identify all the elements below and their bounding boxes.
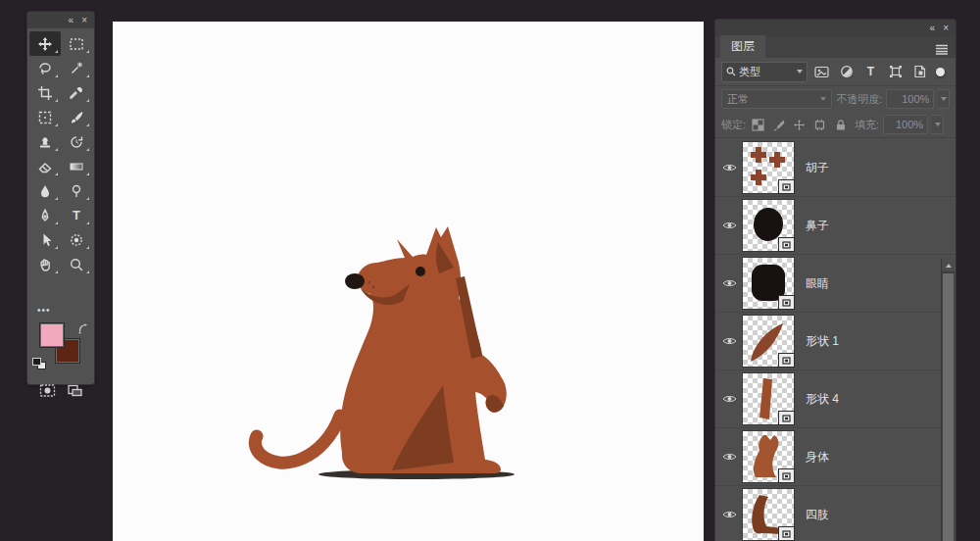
layer-thumbnail[interactable]: [743, 200, 794, 251]
move-tool[interactable]: [29, 31, 61, 56]
dodge-tool[interactable]: [61, 178, 92, 203]
default-colors-icon[interactable]: [32, 358, 45, 369]
visibility-eye-icon[interactable]: [715, 336, 743, 346]
layer-thumbnail[interactable]: [743, 142, 794, 193]
lock-artboard-icon[interactable]: [811, 117, 828, 133]
type-tool-glyph: T: [73, 208, 80, 222]
layer-row-xingzhuang4[interactable]: 形状 4: [715, 370, 956, 428]
blur-tool[interactable]: [29, 178, 61, 203]
opacity-value: 100%: [902, 93, 929, 105]
lasso-tool[interactable]: [29, 56, 61, 80]
opacity-dropdown-arrow[interactable]: [938, 89, 950, 109]
panel-menu-icon[interactable]: [935, 41, 949, 59]
fill-input[interactable]: 100%: [883, 115, 928, 134]
foreground-color-swatch[interactable]: [39, 322, 65, 348]
layer-row-shenti[interactable]: 身体: [715, 428, 956, 486]
swap-colors-icon[interactable]: [78, 320, 89, 338]
pen-tool[interactable]: [29, 203, 61, 227]
layer-name[interactable]: 胡子: [806, 160, 829, 176]
tab-layers[interactable]: 图层: [720, 35, 765, 58]
chevron-down-icon: [797, 70, 803, 74]
lock-all-icon[interactable]: [832, 117, 849, 133]
filter-type-label: 类型: [739, 65, 760, 79]
color-swatch-zone: [27, 319, 94, 379]
layer-filter-row: 类型 T: [715, 58, 956, 86]
eyedropper-tool[interactable]: [61, 80, 92, 105]
screen-mode-button[interactable]: [67, 383, 83, 402]
layer-row-sizhi[interactable]: 四肢: [715, 486, 956, 541]
layer-row-yanjing[interactable]: 眼睛: [715, 255, 956, 313]
lock-label: 锁定:: [721, 118, 746, 132]
layer-thumbnail[interactable]: [743, 373, 794, 424]
scroll-up-arrow-icon[interactable]: [942, 259, 955, 272]
dog-eye: [416, 267, 425, 276]
layer-row-huzi[interactable]: 胡子: [715, 139, 956, 197]
muzzle-dot: [372, 286, 375, 289]
clone-stamp-tool[interactable]: [29, 129, 61, 154]
fill-label: 填充:: [855, 118, 879, 132]
filter-toggle-switch[interactable]: [936, 68, 945, 76]
visibility-eye-icon[interactable]: [715, 221, 743, 230]
layer-name[interactable]: 眼睛: [806, 275, 829, 292]
layer-thumbnail[interactable]: [743, 258, 794, 309]
type-tool[interactable]: T: [61, 203, 92, 227]
frame-tool[interactable]: [29, 105, 61, 129]
muzzle-dot: [368, 281, 371, 284]
gradient-tool[interactable]: [61, 154, 92, 178]
visibility-eye-icon[interactable]: [715, 510, 743, 519]
lock-transparency-icon[interactable]: [750, 117, 766, 133]
more-tools-button[interactable]: •••: [27, 301, 94, 319]
layer-row-xingzhuang1[interactable]: 形状 1: [715, 313, 956, 370]
smart-object-badge-icon: [778, 179, 795, 194]
layer-thumbnail[interactable]: [743, 489, 794, 540]
blend-mode-dropdown[interactable]: 正常: [721, 89, 832, 109]
layer-name[interactable]: 形状 4: [806, 391, 839, 408]
pixel-layer-filter-icon[interactable]: [811, 63, 832, 81]
chevron-down-icon: [820, 97, 826, 101]
smart-object-filter-icon[interactable]: [909, 63, 930, 81]
type-layer-filter-icon[interactable]: T: [860, 63, 881, 81]
tools-panel-header: « ×: [27, 12, 94, 28]
visibility-eye-icon[interactable]: [715, 163, 743, 172]
layer-thumbnail[interactable]: [743, 316, 794, 367]
close-panel-icon[interactable]: ×: [943, 24, 949, 33]
layer-name[interactable]: 四肢: [806, 507, 829, 523]
opacity-input[interactable]: 100%: [886, 89, 934, 109]
dog-nose: [345, 273, 365, 289]
layer-name[interactable]: 形状 1: [806, 333, 839, 350]
opacity-label: 不透明度:: [836, 92, 882, 107]
fill-dropdown-arrow[interactable]: [932, 115, 944, 134]
filter-type-dropdown[interactable]: 类型: [721, 62, 808, 82]
crop-tool[interactable]: [29, 80, 61, 105]
quick-mask-button[interactable]: [39, 383, 56, 402]
layers-scrollbar[interactable]: [941, 259, 955, 541]
smart-object-badge-icon: [778, 237, 795, 252]
lock-position-icon[interactable]: [791, 117, 808, 133]
brush-tool[interactable]: [61, 105, 92, 129]
layer-name[interactable]: 身体: [806, 449, 829, 466]
collapse-panel-icon[interactable]: «: [930, 24, 936, 33]
toolbar-bottom-buttons: [27, 379, 94, 405]
visibility-eye-icon[interactable]: [715, 452, 743, 462]
layer-thumbnail[interactable]: [743, 431, 794, 482]
tool-grid: T: [27, 28, 94, 301]
document-canvas[interactable]: [113, 22, 704, 541]
scrollbar-thumb[interactable]: [943, 273, 954, 541]
rectangular-marquee-tool[interactable]: [61, 31, 92, 56]
shape-tool[interactable]: [61, 227, 92, 252]
layer-name[interactable]: 鼻子: [806, 218, 829, 234]
layer-row-bizi[interactable]: 鼻子: [715, 197, 956, 255]
lock-pixels-icon[interactable]: [770, 117, 787, 133]
close-panel-icon[interactable]: ×: [81, 16, 87, 25]
visibility-eye-icon[interactable]: [715, 394, 743, 404]
shape-layer-filter-icon[interactable]: [885, 63, 906, 81]
adjustment-layer-filter-icon[interactable]: [836, 63, 857, 81]
magic-wand-tool[interactable]: [61, 56, 92, 80]
history-brush-tool[interactable]: [61, 129, 92, 154]
visibility-eye-icon[interactable]: [715, 278, 743, 288]
hand-tool[interactable]: [29, 252, 61, 276]
eraser-tool[interactable]: [29, 154, 61, 178]
path-selection-tool[interactable]: [29, 227, 61, 252]
zoom-tool[interactable]: [61, 252, 92, 276]
collapse-panel-icon[interactable]: «: [69, 16, 74, 25]
